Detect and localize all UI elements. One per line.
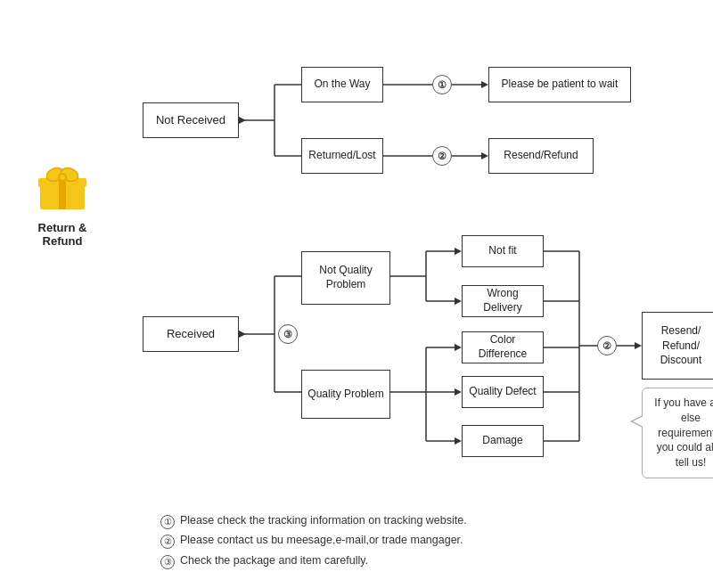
svg-point-8 (60, 175, 65, 180)
damage-box: Damage (462, 425, 544, 457)
svg-marker-18 (481, 152, 488, 159)
badge-3: ③ (278, 324, 298, 344)
quality-defect-box: Quality Defect (462, 376, 544, 408)
gift-icon (36, 160, 89, 214)
return-refund-label: Return & Refund (18, 221, 107, 248)
badge-1: ① (432, 75, 452, 94)
not-received-box: Not Received (143, 102, 239, 138)
resend-refund-top-box: Resend/Refund (488, 138, 594, 174)
quality-problem-box: Quality Problem (301, 370, 390, 419)
on-the-way-box: On the Way (301, 67, 383, 102)
note-text-2: Please contact us bu meesage,e-mail,or t… (180, 530, 463, 551)
flowchart: Not Received On the Way Returned/Lost ① … (107, 18, 686, 517)
badge-2-middle: ② (597, 336, 617, 355)
svg-marker-17 (481, 81, 488, 88)
svg-marker-47 (239, 331, 246, 338)
please-wait-box: Please be patient to wait (488, 67, 631, 102)
note-badge-2: ② (160, 535, 175, 549)
received-box: Received (143, 316, 239, 352)
color-difference-box: Color Difference (462, 331, 544, 363)
returned-lost-box: Returned/Lost (301, 138, 383, 174)
badge-2-top: ② (432, 146, 452, 166)
note-text-3: Check the package and item carefully. (180, 551, 368, 571)
wrong-delivery-box: Wrong Delivery (462, 285, 544, 317)
svg-marker-46 (239, 117, 246, 124)
notes-section: ① Please check the tracking information … (160, 510, 467, 571)
left-section: Return & Refund (18, 160, 107, 248)
not-fit-box: Not fit (462, 235, 544, 267)
note-text-1: Please check the tracking information on… (180, 510, 467, 531)
svg-marker-36 (455, 437, 462, 445)
note-line-1: ① Please check the tracking information … (160, 510, 467, 531)
resend-refund-discount-box: Resend/ Refund/ Discount (642, 312, 713, 380)
note-line-3: ③ Check the package and item carefully. (160, 551, 467, 571)
note-line-2: ② Please contact us bu meesage,e-mail,or… (160, 530, 467, 551)
svg-marker-34 (455, 344, 462, 351)
svg-marker-28 (455, 298, 462, 305)
note-badge-3: ③ (160, 555, 175, 569)
page: Return & Refund (0, 0, 713, 588)
not-quality-box: Not Quality Problem (301, 251, 390, 305)
speech-bubble: If you have any else requirements, you c… (642, 388, 713, 478)
svg-marker-27 (455, 248, 462, 255)
svg-marker-45 (635, 342, 642, 349)
note-badge-1: ① (160, 515, 175, 529)
svg-marker-35 (455, 388, 462, 396)
